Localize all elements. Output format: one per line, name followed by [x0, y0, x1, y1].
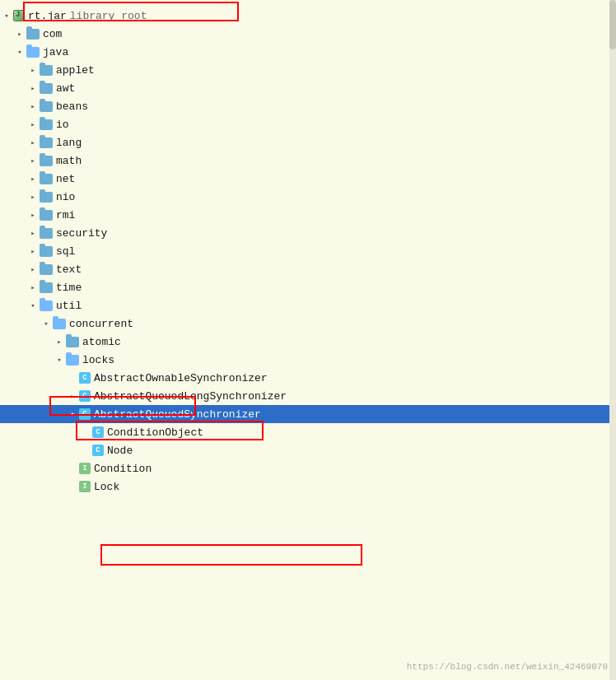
- tree-item-awt[interactable]: awt: [0, 79, 616, 97]
- folder-open-icon: [26, 47, 40, 58]
- tree-item-AbstractQueuedSynchronizer[interactable]: CAbstractQueuedSynchronizer: [0, 405, 616, 423]
- arrow-collapsed[interactable]: [13, 27, 26, 40]
- tree-item-text[interactable]: text: [0, 260, 616, 278]
- folder-icon: [40, 119, 53, 130]
- tree-item-AbstractQueuedLongSynchronizer[interactable]: CAbstractQueuedLongSynchronizer: [0, 387, 616, 405]
- folder-icon: [66, 337, 79, 347]
- item-label: AbstractOwnableSynchronizer: [94, 372, 268, 384]
- arrow-expanded[interactable]: [40, 317, 53, 330]
- item-label: Lock: [94, 481, 119, 493]
- tree-item-util[interactable]: util: [0, 296, 616, 314]
- tree-item-java[interactable]: java: [0, 43, 616, 61]
- folder-icon: [40, 174, 53, 184]
- jar-icon: [13, 10, 25, 21]
- tree-item-math[interactable]: math: [0, 151, 616, 170]
- folder-open-icon: [66, 355, 79, 366]
- item-label: locks: [82, 354, 114, 366]
- item-label: atomic: [82, 336, 121, 348]
- tree-item-com[interactable]: com: [0, 25, 616, 43]
- arrow-expanded[interactable]: [26, 299, 40, 312]
- item-label: sql: [56, 245, 75, 258]
- folder-icon: [26, 29, 40, 40]
- arrow-collapsed[interactable]: [26, 263, 40, 276]
- tree-item-beans[interactable]: beans: [0, 97, 616, 115]
- tree-item-ConditionObject[interactable]: CConditionObject: [0, 423, 616, 441]
- arrow-collapsed[interactable]: [26, 208, 40, 221]
- item-label: util: [56, 300, 82, 312]
- arrow-collapsed[interactable]: [26, 118, 40, 131]
- arrow-leaf: [79, 444, 92, 457]
- item-label: AbstractQueuedSynchronizer: [94, 408, 261, 421]
- arrow-collapsed[interactable]: [26, 190, 40, 203]
- tree-item-AbstractOwnableSynchronizer[interactable]: CAbstractOwnableSynchronizer: [0, 369, 616, 387]
- arrow-collapsed[interactable]: [26, 63, 40, 77]
- item-label: Condition: [94, 463, 152, 475]
- library-label: library root: [70, 10, 147, 22]
- arrow-expanded[interactable]: [66, 408, 79, 421]
- tree-item-nio[interactable]: nio: [0, 188, 616, 206]
- scrollbar[interactable]: [609, 0, 616, 680]
- item-label: nio: [56, 191, 75, 203]
- arrow-collapsed[interactable]: [66, 389, 79, 403]
- tree-item-time[interactable]: time: [0, 278, 616, 296]
- tree-item-concurrent[interactable]: concurrent: [0, 314, 616, 333]
- item-label: com: [43, 28, 62, 40]
- arrow-collapsed[interactable]: [26, 136, 40, 149]
- class-c-icon: C: [79, 408, 91, 420]
- item-label: rt.jar: [28, 10, 67, 22]
- arrow-leaf: [66, 480, 79, 493]
- folder-icon: [40, 101, 53, 112]
- tree-item-sql[interactable]: sql: [0, 242, 616, 260]
- class-c-icon: C: [92, 426, 104, 438]
- folder-icon: [40, 228, 53, 239]
- item-label: beans: [56, 100, 88, 113]
- item-label: Node: [107, 445, 133, 457]
- arrow-collapsed[interactable]: [26, 172, 40, 185]
- item-label: AbstractQueuedLongSynchronizer: [94, 390, 287, 403]
- tree-item-io[interactable]: io: [0, 115, 616, 133]
- arrow-expanded[interactable]: [13, 45, 26, 58]
- folder-icon: [40, 65, 53, 76]
- scrollbar-thumb[interactable]: [609, 0, 616, 49]
- arrow-collapsed[interactable]: [26, 82, 40, 95]
- arrow-leaf: [66, 371, 79, 384]
- watermark: https://blog.csdn.net/weixin_42469070: [407, 662, 608, 672]
- arrow-collapsed[interactable]: [26, 281, 40, 294]
- arrow-expanded[interactable]: [53, 353, 66, 366]
- arrow-collapsed[interactable]: [53, 335, 66, 348]
- folder-icon: [40, 192, 53, 203]
- item-label: net: [56, 173, 75, 185]
- class-c-icon: C: [92, 445, 104, 456]
- item-label: io: [56, 119, 69, 131]
- arrow-leaf: [79, 426, 92, 439]
- item-label: concurrent: [69, 318, 133, 330]
- folder-icon: [40, 156, 53, 166]
- tree-item-locks[interactable]: locks: [0, 351, 616, 369]
- folder-icon: [40, 246, 53, 257]
- class-c-icon: C: [79, 372, 91, 384]
- tree-item-lang[interactable]: lang: [0, 133, 616, 151]
- tree-item-rmi[interactable]: rmi: [0, 206, 616, 224]
- arrow-expanded[interactable]: [0, 9, 13, 22]
- tree-item-security[interactable]: security: [0, 224, 616, 242]
- item-label: time: [56, 282, 82, 294]
- tree-item-atomic[interactable]: atomic: [0, 333, 616, 351]
- arrow-collapsed[interactable]: [26, 226, 40, 240]
- tree-item-net[interactable]: net: [0, 170, 616, 188]
- folder-icon: [40, 83, 53, 94]
- item-label: lang: [56, 137, 82, 149]
- arrow-collapsed[interactable]: [26, 154, 40, 167]
- tree-item-Node[interactable]: CNode: [0, 441, 616, 459]
- item-label: math: [56, 155, 82, 167]
- folder-open-icon: [53, 319, 66, 329]
- arrow-collapsed[interactable]: [26, 100, 40, 113]
- tree-item-rt-jar[interactable]: rt.jarlibrary root: [0, 7, 616, 25]
- tree-item-Lock[interactable]: ILock: [0, 477, 616, 496]
- arrow-collapsed[interactable]: [26, 245, 40, 258]
- tree-item-Condition[interactable]: ICondition: [0, 459, 616, 477]
- folder-icon: [40, 137, 53, 148]
- item-label: applet: [56, 64, 95, 77]
- item-label: security: [56, 227, 107, 240]
- tree-item-applet[interactable]: applet: [0, 61, 616, 79]
- arrow-leaf: [66, 462, 79, 475]
